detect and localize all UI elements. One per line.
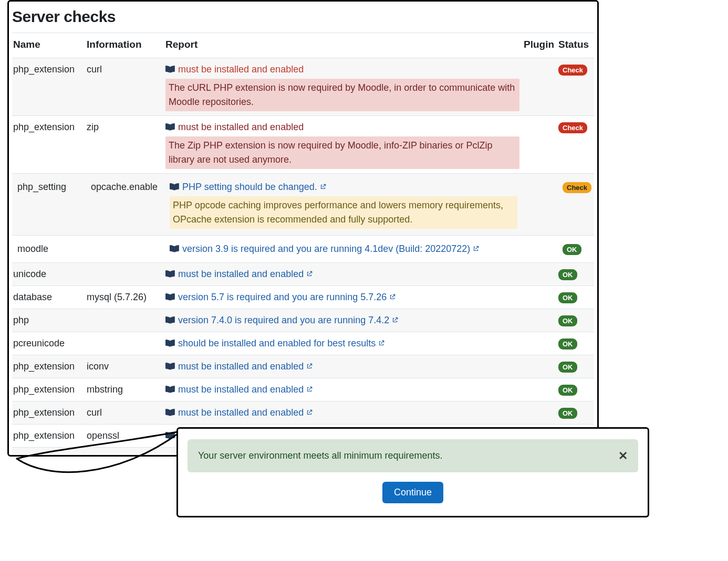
table-row: php version 7.4.0 is required and you ar… bbox=[12, 309, 594, 332]
report-link[interactable]: version 3.9 is required and you are runn… bbox=[182, 242, 480, 256]
cell-plugin bbox=[523, 332, 557, 355]
book-icon bbox=[165, 122, 175, 132]
report-link[interactable]: must be installed and enabled bbox=[178, 406, 313, 420]
col-information: Information bbox=[86, 33, 164, 58]
cell-name: php_extension bbox=[12, 401, 86, 424]
report-link[interactable]: must be installed and enabled bbox=[178, 383, 313, 397]
cell-status: OK bbox=[557, 355, 594, 378]
table-row: php_extension mbstring must be installed… bbox=[12, 378, 594, 401]
cell-status: OK bbox=[557, 378, 594, 401]
book-icon bbox=[165, 315, 175, 325]
confirmation-overlay: Your server environment meets all minimu… bbox=[176, 427, 649, 517]
cell-report: must be installed and enabled bbox=[164, 262, 523, 285]
report-link[interactable]: PHP setting should be changed. bbox=[182, 180, 327, 194]
table-header-row: Name Information Report Plugin Status bbox=[12, 33, 594, 58]
cell-report: version 7.4.0 is required and you are ru… bbox=[164, 309, 523, 332]
server-checks-table: Name Information Report Plugin Status ph… bbox=[12, 33, 594, 457]
book-icon bbox=[165, 408, 175, 417]
col-report: Report bbox=[164, 33, 523, 58]
cell-name: php_setting bbox=[12, 173, 86, 235]
cell-information: curl bbox=[86, 401, 164, 424]
cell-information: openssl bbox=[86, 424, 164, 447]
col-plugin: Plugin bbox=[523, 33, 557, 58]
report-link[interactable]: must be installed and enabled bbox=[178, 267, 313, 281]
table-row: php_extension zip must be installed and … bbox=[12, 115, 594, 173]
cell-plugin bbox=[523, 115, 557, 173]
cell-name: php_extension bbox=[12, 355, 86, 378]
status-badge: OK bbox=[558, 338, 577, 350]
table-row: unicode must be installed and enabled OK bbox=[12, 262, 594, 285]
cell-report: version 5.7 is required and you are runn… bbox=[164, 285, 523, 309]
report-message: PHP opcode caching improves performance … bbox=[170, 196, 517, 229]
cell-information: opcache.enable bbox=[86, 173, 164, 235]
cell-information: mysql (5.7.26) bbox=[86, 285, 164, 309]
external-link-icon bbox=[389, 293, 396, 301]
cell-information bbox=[86, 262, 164, 285]
report-link[interactable]: version 5.7 is required and you are runn… bbox=[178, 290, 396, 304]
cell-name: php_extension bbox=[12, 447, 86, 457]
cell-information bbox=[86, 235, 164, 262]
cell-status: OK bbox=[557, 235, 594, 262]
report-link[interactable]: must be installed and enabled bbox=[178, 62, 304, 77]
report-message: The cURL PHP extension is now required b… bbox=[165, 79, 519, 111]
cell-plugin bbox=[523, 355, 557, 378]
cell-status: OK bbox=[557, 285, 594, 309]
external-link-icon bbox=[306, 363, 313, 370]
col-name: Name bbox=[12, 33, 86, 58]
cell-name: php_extension bbox=[12, 58, 86, 115]
continue-button[interactable]: Continue bbox=[382, 482, 443, 503]
book-icon bbox=[165, 338, 175, 348]
external-link-icon bbox=[306, 386, 313, 393]
table-row: php_extension curl must be installed and… bbox=[12, 401, 594, 424]
cell-report: must be installed and enabled bbox=[164, 401, 523, 424]
close-icon[interactable]: ✕ bbox=[618, 450, 628, 462]
cell-information: mbstring bbox=[86, 378, 164, 401]
external-link-icon bbox=[306, 270, 313, 278]
cell-report: version 3.9 is required and you are runn… bbox=[164, 235, 523, 262]
cell-name: unicode bbox=[12, 262, 86, 285]
report-link[interactable]: must be installed and enabled bbox=[178, 120, 304, 134]
cell-status: OK bbox=[557, 401, 594, 424]
cell-name: php_extension bbox=[12, 424, 86, 447]
book-icon bbox=[170, 182, 179, 192]
cell-report: should be installed and enabled for best… bbox=[164, 332, 523, 355]
status-badge: OK bbox=[558, 362, 577, 373]
book-icon bbox=[165, 385, 175, 394]
cell-report: must be installed and enabled The Zip PH… bbox=[164, 115, 523, 173]
cell-information: curl bbox=[86, 58, 164, 115]
cell-name: pcreunicode bbox=[12, 332, 86, 355]
report-link[interactable]: must be installed and enabled bbox=[178, 359, 313, 374]
status-badge: Check bbox=[558, 65, 587, 76]
book-icon bbox=[165, 65, 175, 74]
cell-status: Check bbox=[557, 58, 594, 115]
external-link-icon bbox=[306, 409, 313, 416]
status-badge: OK bbox=[558, 385, 577, 396]
external-link-icon bbox=[319, 183, 327, 190]
page-title: Server checks bbox=[12, 5, 594, 28]
cell-name: moodle bbox=[12, 235, 86, 262]
table-row: php_extension curl must be installed and… bbox=[12, 58, 594, 115]
report-link[interactable]: should be installed and enabled for best… bbox=[178, 336, 385, 351]
cell-name: php_extension bbox=[12, 115, 86, 173]
status-badge: OK bbox=[558, 292, 577, 303]
cell-name: php bbox=[12, 309, 86, 332]
cell-report: must be installed and enabled The cURL P… bbox=[164, 58, 523, 115]
status-badge: Check bbox=[563, 182, 591, 193]
cell-plugin bbox=[523, 309, 557, 332]
col-status: Status bbox=[557, 33, 594, 58]
cell-plugin bbox=[523, 235, 557, 262]
status-badge: OK bbox=[558, 269, 577, 280]
cell-information bbox=[86, 309, 164, 332]
cell-name: php_extension bbox=[12, 378, 86, 401]
alert-success: Your server environment meets all minimu… bbox=[188, 439, 638, 472]
book-icon bbox=[165, 362, 175, 371]
external-link-icon bbox=[391, 316, 399, 324]
cell-plugin bbox=[523, 58, 557, 115]
status-badge: OK bbox=[563, 244, 581, 255]
book-icon bbox=[165, 292, 175, 302]
report-link[interactable]: version 7.4.0 is required and you are ru… bbox=[178, 313, 399, 327]
cell-status: OK bbox=[557, 262, 594, 285]
status-badge: Check bbox=[558, 122, 587, 133]
cell-status: OK bbox=[557, 332, 594, 355]
table-row: database mysql (5.7.26) version 5.7 is r… bbox=[12, 285, 594, 309]
